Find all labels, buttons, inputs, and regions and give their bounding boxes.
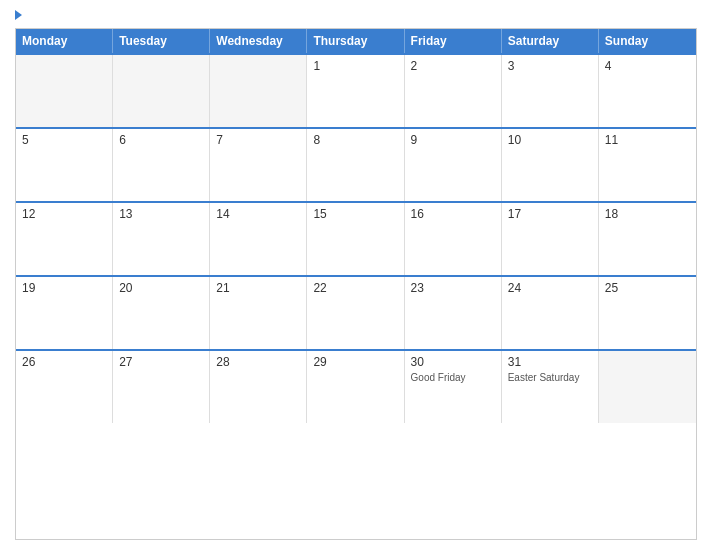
day-number: 30: [411, 355, 495, 369]
calendar-cell: 6: [113, 129, 210, 201]
calendar-cell: 27: [113, 351, 210, 423]
calendar: MondayTuesdayWednesdayThursdayFridaySatu…: [15, 28, 697, 540]
day-number: 17: [508, 207, 592, 221]
calendar-cell: 13: [113, 203, 210, 275]
calendar-cell: 11: [599, 129, 696, 201]
day-number: 1: [313, 59, 397, 73]
day-number: 28: [216, 355, 300, 369]
calendar-cell: 2: [405, 55, 502, 127]
day-number: 24: [508, 281, 592, 295]
calendar-cell: 24: [502, 277, 599, 349]
day-number: 25: [605, 281, 690, 295]
calendar-cell: 19: [16, 277, 113, 349]
weekday-header: Tuesday: [113, 29, 210, 53]
calendar-cell: 18: [599, 203, 696, 275]
calendar-cell: 14: [210, 203, 307, 275]
calendar-header: MondayTuesdayWednesdayThursdayFridaySatu…: [16, 29, 696, 53]
calendar-cell: 31Easter Saturday: [502, 351, 599, 423]
calendar-cell: 5: [16, 129, 113, 201]
calendar-cell: 15: [307, 203, 404, 275]
day-number: 6: [119, 133, 203, 147]
calendar-cell: 25: [599, 277, 696, 349]
calendar-cell: 22: [307, 277, 404, 349]
calendar-cell: 26: [16, 351, 113, 423]
header: [15, 10, 697, 20]
day-number: 13: [119, 207, 203, 221]
day-number: 18: [605, 207, 690, 221]
day-number: 7: [216, 133, 300, 147]
calendar-cell: [599, 351, 696, 423]
day-number: 5: [22, 133, 106, 147]
calendar-cell: 28: [210, 351, 307, 423]
day-number: 22: [313, 281, 397, 295]
calendar-row: 1234: [16, 53, 696, 127]
calendar-cell: 3: [502, 55, 599, 127]
calendar-row: 2627282930Good Friday31Easter Saturday: [16, 349, 696, 423]
calendar-cell: 7: [210, 129, 307, 201]
day-number: 15: [313, 207, 397, 221]
calendar-cell: 17: [502, 203, 599, 275]
day-number: 26: [22, 355, 106, 369]
day-number: 3: [508, 59, 592, 73]
calendar-page: MondayTuesdayWednesdayThursdayFridaySatu…: [0, 0, 712, 550]
calendar-cell: 29: [307, 351, 404, 423]
day-number: 16: [411, 207, 495, 221]
calendar-cell: 1: [307, 55, 404, 127]
logo-blue: [15, 10, 24, 20]
day-number: 4: [605, 59, 690, 73]
weekday-header: Saturday: [502, 29, 599, 53]
day-number: 23: [411, 281, 495, 295]
calendar-row: 19202122232425: [16, 275, 696, 349]
calendar-row: 567891011: [16, 127, 696, 201]
day-number: 21: [216, 281, 300, 295]
calendar-cell: 12: [16, 203, 113, 275]
day-number: 29: [313, 355, 397, 369]
day-number: 20: [119, 281, 203, 295]
day-number: 14: [216, 207, 300, 221]
weekday-header: Sunday: [599, 29, 696, 53]
calendar-body: 1234567891011121314151617181920212223242…: [16, 53, 696, 423]
calendar-cell: 9: [405, 129, 502, 201]
calendar-cell: 21: [210, 277, 307, 349]
logo-triangle-icon: [15, 10, 22, 20]
calendar-cell: 16: [405, 203, 502, 275]
day-number: 9: [411, 133, 495, 147]
calendar-cell: [210, 55, 307, 127]
day-number: 10: [508, 133, 592, 147]
calendar-cell: 20: [113, 277, 210, 349]
calendar-cell: 30Good Friday: [405, 351, 502, 423]
weekday-header: Friday: [405, 29, 502, 53]
weekday-header: Thursday: [307, 29, 404, 53]
weekday-header: Wednesday: [210, 29, 307, 53]
day-number: 31: [508, 355, 592, 369]
holiday-label: Easter Saturday: [508, 371, 592, 384]
day-number: 19: [22, 281, 106, 295]
calendar-cell: [16, 55, 113, 127]
calendar-cell: 4: [599, 55, 696, 127]
calendar-row: 12131415161718: [16, 201, 696, 275]
calendar-cell: 8: [307, 129, 404, 201]
day-number: 11: [605, 133, 690, 147]
day-number: 27: [119, 355, 203, 369]
day-number: 8: [313, 133, 397, 147]
day-number: 2: [411, 59, 495, 73]
logo: [15, 10, 24, 20]
day-number: 12: [22, 207, 106, 221]
calendar-cell: 23: [405, 277, 502, 349]
calendar-cell: 10: [502, 129, 599, 201]
weekday-header: Monday: [16, 29, 113, 53]
holiday-label: Good Friday: [411, 371, 495, 384]
calendar-cell: [113, 55, 210, 127]
